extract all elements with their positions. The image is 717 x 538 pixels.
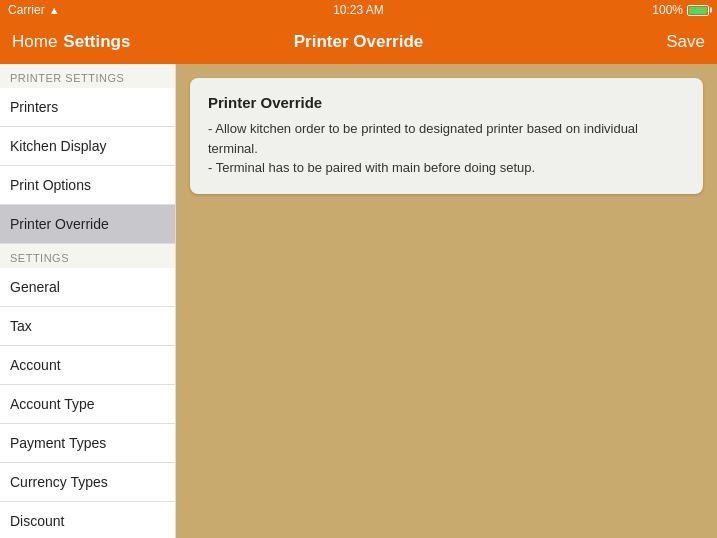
save-button[interactable]: Save — [666, 32, 705, 52]
info-card: Printer Override - Allow kitchen order t… — [190, 78, 703, 194]
battery-fill — [689, 7, 707, 14]
sidebar-item-account-type[interactable]: Account Type — [0, 385, 175, 424]
carrier-label: Carrier — [8, 3, 45, 17]
wifi-icon: ▲ — [49, 4, 60, 16]
content-area: Printer Override - Allow kitchen order t… — [176, 64, 717, 538]
sidebar-item-account[interactable]: Account — [0, 346, 175, 385]
sidebar-item-discount[interactable]: Discount — [0, 502, 175, 538]
main-layout: PRINTER SETTINGS Printers Kitchen Displa… — [0, 64, 717, 538]
home-button[interactable]: Home — [12, 32, 57, 52]
battery-container — [687, 5, 709, 16]
printer-settings-label: PRINTER SETTINGS — [0, 64, 175, 88]
sidebar-item-kitchen-display[interactable]: Kitchen Display — [0, 127, 175, 166]
sidebar-item-tax[interactable]: Tax — [0, 307, 175, 346]
nav-bar: Home Settings Printer Override Save — [0, 20, 717, 64]
status-bar: Carrier ▲ 10:23 AM 100% — [0, 0, 717, 20]
status-left: Carrier ▲ — [8, 3, 60, 17]
sidebar-item-printer-override[interactable]: Printer Override — [0, 205, 175, 244]
nav-left: Home Settings — [12, 32, 130, 52]
card-title: Printer Override — [208, 94, 685, 111]
settings-group: SETTINGS General Tax Account Account Typ… — [0, 244, 175, 538]
nav-title: Printer Override — [294, 32, 423, 52]
card-line1: - Allow kitchen order to be printed to d… — [208, 119, 685, 158]
sidebar-item-currency-types[interactable]: Currency Types — [0, 463, 175, 502]
settings-label: SETTINGS — [0, 244, 175, 268]
battery-bar — [687, 5, 709, 16]
card-line2: - Terminal has to be paired with main be… — [208, 158, 685, 178]
sidebar-item-print-options[interactable]: Print Options — [0, 166, 175, 205]
printer-settings-group: PRINTER SETTINGS Printers Kitchen Displa… — [0, 64, 175, 244]
status-time: 10:23 AM — [333, 3, 384, 17]
battery-percent: 100% — [652, 3, 683, 17]
status-right: 100% — [652, 3, 709, 17]
sidebar-item-payment-types[interactable]: Payment Types — [0, 424, 175, 463]
sidebar: PRINTER SETTINGS Printers Kitchen Displa… — [0, 64, 176, 538]
sidebar-item-general[interactable]: General — [0, 268, 175, 307]
sidebar-item-printers[interactable]: Printers — [0, 88, 175, 127]
settings-button[interactable]: Settings — [63, 32, 130, 52]
